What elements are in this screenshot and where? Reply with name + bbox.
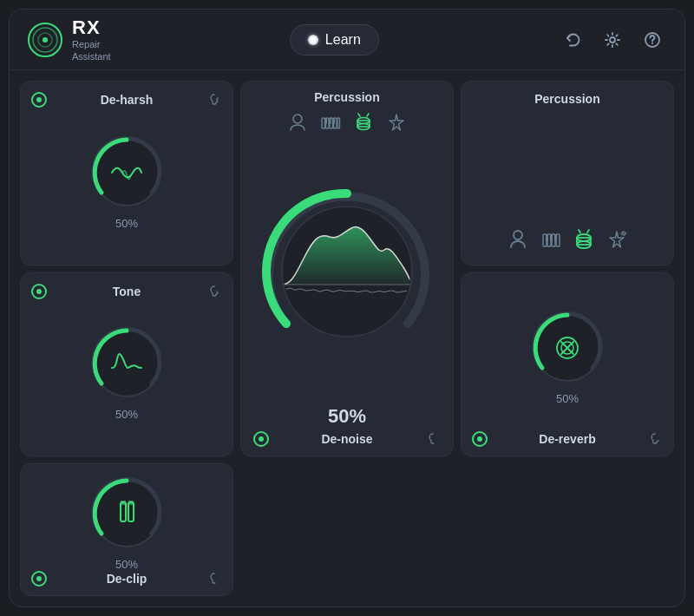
svg-rect-33	[337, 118, 340, 128]
de-clip-header: De-clip	[29, 571, 224, 587]
svg-rect-14	[550, 234, 553, 241]
perc-drum-icon[interactable]	[572, 227, 596, 255]
header-icons	[558, 25, 667, 55]
de-harsh-title: De-harsh	[47, 93, 206, 107]
percussion-card: Percussion	[461, 81, 674, 265]
undo-button[interactable]	[558, 25, 587, 55]
de-harsh-header: De-harsh	[29, 92, 224, 108]
de-harsh-ear[interactable]	[206, 92, 222, 108]
logo-text: RX RepairAssistant	[72, 16, 111, 62]
perc-sparkle-icon2[interactable]	[385, 111, 408, 137]
de-harsh-knob[interactable]	[88, 134, 166, 212]
de-harsh-card: De-harsh	[20, 81, 233, 265]
perc-piano-icon[interactable]	[539, 227, 563, 255]
de-reverb-title: De-reverb	[488, 432, 647, 446]
de-harsh-power-inner	[36, 97, 42, 102]
svg-point-8	[514, 231, 522, 239]
svg-rect-34	[325, 118, 328, 124]
percussion-title: Percussion	[534, 92, 599, 214]
de-harsh-percent: 50%	[115, 217, 138, 230]
learn-dot-icon	[308, 35, 318, 45]
de-reverb-knob-container: 50%	[528, 284, 606, 432]
svg-rect-29	[322, 118, 325, 128]
percussion-icons	[506, 226, 629, 256]
de-clip-card: 50% De-clip	[20, 463, 233, 596]
logo-rx: RX	[72, 16, 111, 39]
tone-knob[interactable]	[88, 324, 166, 403]
svg-line-20	[587, 230, 589, 233]
de-reverb-header: De-reverb	[470, 431, 665, 447]
de-clip-ear[interactable]	[206, 571, 222, 587]
de-harsh-power[interactable]	[31, 92, 47, 108]
de-noise-percent: 50%	[328, 405, 366, 428]
svg-rect-13	[546, 234, 548, 241]
de-harsh-knob-container: 50%	[88, 108, 166, 256]
svg-rect-51	[128, 501, 134, 505]
settings-button[interactable]	[598, 25, 627, 55]
tone-header: Tone	[29, 284, 224, 299]
svg-line-40	[358, 114, 360, 116]
de-clip-knob-container: 50%	[88, 475, 166, 571]
percussion-label-top: Percussion	[314, 90, 379, 104]
de-noise-title: De-noise	[321, 432, 372, 446]
de-clip-knob[interactable]	[88, 475, 166, 553]
help-button[interactable]	[638, 25, 667, 55]
perc-voice-icon2[interactable]	[286, 111, 309, 137]
tone-power[interactable]	[31, 284, 47, 299]
header: RX RepairAssistant Learn	[10, 10, 684, 70]
logo-subtitle: RepairAssistant	[72, 39, 111, 62]
learn-button[interactable]: Learn	[290, 24, 379, 56]
svg-rect-36	[333, 118, 336, 124]
logo-area: RX RepairAssistant	[27, 16, 111, 62]
svg-point-4	[610, 37, 615, 43]
de-reverb-knob[interactable]	[528, 309, 606, 387]
de-noise-card: Percussion	[240, 81, 454, 456]
de-noise-footer: De-noise	[250, 431, 444, 447]
de-noise-ear[interactable]	[425, 431, 441, 447]
de-clip-title: De-clip	[47, 572, 206, 586]
de-clip-power[interactable]	[31, 571, 47, 587]
logo-icon	[27, 22, 63, 58]
app-container: RX RepairAssistant Learn	[9, 9, 685, 607]
percussion-icon-row	[286, 111, 408, 137]
svg-line-41	[367, 114, 369, 116]
svg-line-19	[579, 230, 580, 233]
svg-point-6	[651, 43, 653, 44]
de-clip-percent: 50%	[115, 558, 138, 571]
perc-magic-icon[interactable]	[605, 227, 629, 255]
learn-label: Learn	[325, 32, 361, 48]
perc-bars-icon2[interactable]	[319, 111, 342, 137]
tone-knob-container: 50%	[88, 299, 166, 448]
svg-rect-15	[554, 234, 557, 241]
tone-card: Tone 50%	[20, 272, 233, 457]
svg-rect-50	[121, 501, 126, 505]
tone-ear[interactable]	[206, 284, 222, 299]
de-noise-knob[interactable]	[252, 176, 442, 367]
svg-point-3	[43, 37, 48, 43]
perc-drum-icon2[interactable]	[352, 111, 375, 137]
de-reverb-ear[interactable]	[647, 431, 663, 447]
de-noise-power[interactable]	[253, 431, 269, 447]
tone-percent: 50%	[115, 408, 138, 421]
de-reverb-power[interactable]	[472, 431, 488, 447]
tone-title: Tone	[47, 285, 206, 298]
de-reverb-card: 50% De-reverb	[461, 272, 674, 457]
perc-voice-icon[interactable]	[506, 226, 530, 256]
de-reverb-percent: 50%	[556, 392, 579, 405]
svg-rect-35	[329, 118, 331, 124]
svg-point-28	[293, 115, 302, 123]
